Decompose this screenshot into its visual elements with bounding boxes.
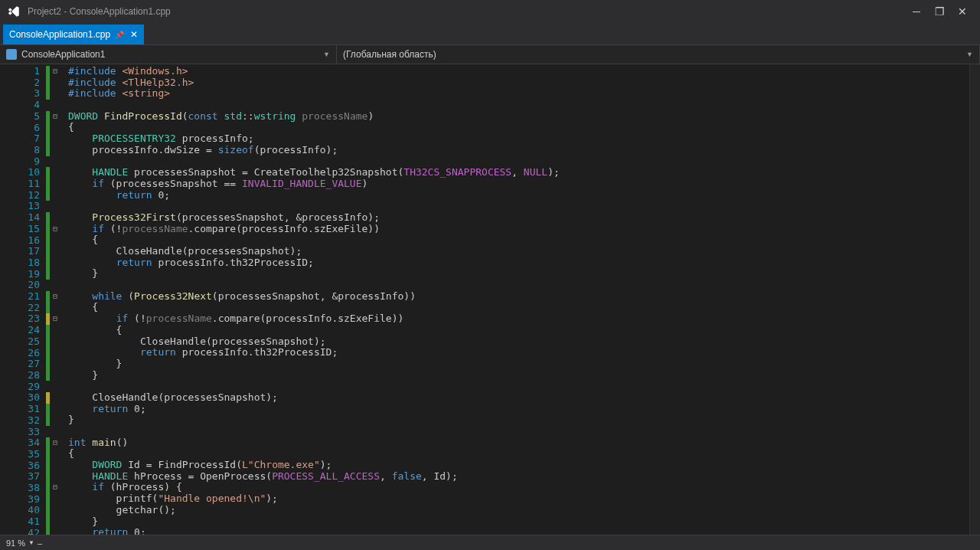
pin-icon[interactable]: 📌	[115, 31, 124, 39]
fold-toggle[interactable]: ⊟	[50, 313, 60, 325]
line-number: 35	[0, 449, 40, 460]
class-selector[interactable]: ConsoleApplication1 ▼	[0, 45, 337, 64]
line-number: 36	[0, 460, 40, 472]
code-line[interactable]: }	[68, 268, 969, 280]
fold-toggle[interactable]: ⊟	[50, 224, 60, 235]
fold-toggle[interactable]: ⊟	[50, 482, 60, 493]
code-line[interactable]: return 0;	[68, 190, 969, 201]
fold-toggle	[50, 493, 60, 505]
code-line[interactable]: }	[68, 358, 969, 370]
close-window-button[interactable]: ✕	[951, 4, 974, 19]
code-line[interactable]: HANDLE hProcess = OpenProcess(PROCESS_AL…	[68, 471, 969, 483]
project-icon	[6, 49, 17, 60]
code-line[interactable]: {	[68, 234, 969, 246]
maximize-button[interactable]: ❐	[928, 4, 951, 19]
line-number: 27	[0, 358, 40, 370]
code-line[interactable]: }	[68, 414, 969, 426]
code-line[interactable]: int main()	[68, 437, 969, 449]
chevron-down-icon: ▼	[323, 51, 330, 58]
fold-toggle	[50, 246, 60, 257]
line-number: 40	[0, 505, 40, 516]
code-line[interactable]: return processInfo.th32ProcessID;	[68, 257, 969, 269]
code-line[interactable]: #include <Windows.h>	[68, 66, 969, 77]
code-line[interactable]: }	[68, 370, 969, 381]
code-line[interactable]: CloseHandle(processesSnapshot);	[68, 336, 969, 348]
fold-toggle	[50, 212, 60, 224]
close-icon[interactable]: ✕	[130, 29, 138, 40]
window-title: Project2 - ConsoleApplication1.cpp	[28, 6, 171, 17]
scope-selector[interactable]: (Глобальная область) ▼	[337, 45, 980, 64]
status-bar: 91 % ▼ –	[0, 535, 980, 550]
code-line[interactable]: DWORD Id = FindProcessId(L"Chrome.exe");	[68, 460, 969, 471]
code-line[interactable]: return 0;	[68, 404, 969, 415]
fold-toggle	[50, 460, 60, 471]
code-line[interactable]	[68, 426, 969, 437]
fold-toggle	[50, 471, 60, 483]
titlebar: Project2 - ConsoleApplication1.cpp ─ ❐ ✕	[0, 0, 980, 23]
code-line[interactable]: while (Process32Next(processesSnapshot, …	[68, 291, 969, 303]
code-line[interactable]: CloseHandle(processesSnapshot);	[68, 392, 969, 404]
code-line[interactable]: if (hProcess) {	[68, 482, 969, 493]
navigation-bar: ConsoleApplication1 ▼ (Глобальная област…	[0, 44, 980, 64]
line-number: 8	[0, 145, 40, 156]
fold-toggle	[50, 167, 60, 178]
zoom-label: 91 %	[6, 539, 25, 548]
code-line[interactable]: getchar();	[68, 505, 969, 516]
code-line[interactable]: DWORD FindProcessId(const std::wstring p…	[68, 111, 969, 123]
line-number: 20	[0, 280, 40, 291]
minimize-button[interactable]: ─	[905, 4, 928, 19]
fold-toggle[interactable]: ⊟	[50, 111, 60, 123]
code-line[interactable]: return processInfo.th32ProcessID;	[68, 347, 969, 358]
zoom-control[interactable]: 91 % ▼ –	[6, 539, 42, 548]
code-line[interactable]: CloseHandle(processesSnapshot);	[68, 246, 969, 257]
code-line[interactable]	[68, 201, 969, 212]
code-line[interactable]: PROCESSENTRY32 processInfo;	[68, 133, 969, 145]
code-line[interactable]: if (!processName.compare(processInfo.szE…	[68, 313, 969, 325]
fold-toggle[interactable]: ⊟	[50, 291, 60, 303]
code-line[interactable]	[68, 100, 969, 111]
code-line[interactable]: {	[68, 325, 969, 336]
line-number: 16	[0, 235, 40, 247]
fold-toggle	[50, 88, 60, 100]
line-number: 34	[0, 437, 40, 449]
code-line[interactable]: HANDLE processesSnapshot = CreateToolhel…	[68, 167, 969, 178]
code-editor[interactable]: 1234567891011121314151617181920212223242…	[0, 64, 980, 535]
line-number: 7	[0, 133, 40, 145]
line-number: 14	[0, 212, 40, 224]
code-line[interactable]: }	[68, 516, 969, 528]
code-line[interactable]: {	[68, 448, 969, 460]
line-number: 32	[0, 415, 40, 427]
code-line[interactable]: #include <string>	[68, 88, 969, 100]
fold-toggle	[50, 178, 60, 190]
code-line[interactable]: {	[68, 302, 969, 313]
code-line[interactable]: return 0;	[68, 527, 969, 535]
line-number: 6	[0, 123, 40, 134]
code-line[interactable]: {	[68, 122, 969, 133]
line-number: 4	[0, 100, 40, 111]
line-number: 10	[0, 167, 40, 178]
line-number: 2	[0, 77, 40, 89]
fold-toggle	[50, 347, 60, 358]
fold-toggle[interactable]: ⊟	[50, 437, 60, 449]
fold-toggle	[50, 505, 60, 516]
fold-toggle[interactable]: ⊟	[50, 66, 60, 77]
line-number: 12	[0, 190, 40, 201]
code-line[interactable]	[68, 280, 969, 291]
code-line[interactable]: if (!processName.compare(processInfo.szE…	[68, 224, 969, 235]
code-line[interactable]	[68, 381, 969, 392]
code-line[interactable]: processInfo.dwSize = sizeof(processInfo)…	[68, 145, 969, 156]
tab-active[interactable]: ConsoleApplication1.cpp 📌 ✕	[3, 25, 144, 44]
code-line[interactable]: Process32First(processesSnapshot, &proce…	[68, 212, 969, 224]
fold-toggle	[50, 280, 60, 291]
line-number: 26	[0, 348, 40, 359]
code-line[interactable]	[68, 156, 969, 168]
fold-toggle	[50, 392, 60, 404]
code-line[interactable]: #include <TlHelp32.h>	[68, 77, 969, 89]
line-number: 23	[0, 313, 40, 325]
scroll-map[interactable]	[969, 64, 980, 535]
code-area[interactable]: #include <Windows.h>#include <TlHelp32.h…	[60, 64, 969, 535]
fold-toggle	[50, 325, 60, 336]
code-line[interactable]: if (processesSnapshot == INVALID_HANDLE_…	[68, 178, 969, 190]
code-line[interactable]: printf("Handle opened!\n");	[68, 493, 969, 505]
line-number: 3	[0, 88, 40, 100]
